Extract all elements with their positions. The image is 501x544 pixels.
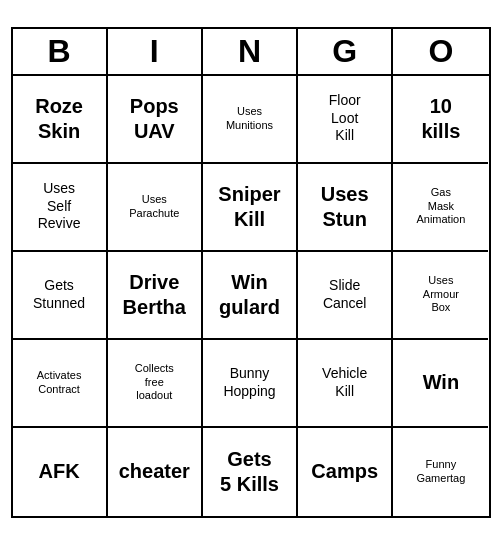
bingo-cell: Bunny Hopping xyxy=(203,340,298,428)
bingo-cell: Uses Munitions xyxy=(203,76,298,164)
bingo-cell: Activates Contract xyxy=(13,340,108,428)
cell-text: Win xyxy=(423,370,459,395)
cell-text: Funny Gamertag xyxy=(416,458,465,486)
cell-text: Pops UAV xyxy=(130,94,179,144)
bingo-cell: Drive Bertha xyxy=(108,252,203,340)
bingo-cell: Gets Stunned xyxy=(13,252,108,340)
cell-text: Gets Stunned xyxy=(33,277,85,312)
bingo-cell: Uses Armour Box xyxy=(393,252,488,340)
bingo-cell: Uses Stun xyxy=(298,164,393,252)
cell-text: Uses Self Revive xyxy=(38,180,81,233)
cell-text: Gets 5 Kills xyxy=(220,447,279,497)
cell-text: Activates Contract xyxy=(37,369,82,397)
cell-text: Bunny Hopping xyxy=(223,365,275,400)
cell-text: 10 kills xyxy=(421,94,460,144)
bingo-cell: Camps xyxy=(298,428,393,516)
cell-text: Uses Munitions xyxy=(226,105,273,133)
bingo-cell: Gets 5 Kills xyxy=(203,428,298,516)
bingo-cell: Pops UAV xyxy=(108,76,203,164)
bingo-cell: Uses Self Revive xyxy=(13,164,108,252)
bingo-cell: 10 kills xyxy=(393,76,488,164)
cell-text: Uses Armour Box xyxy=(423,274,459,315)
header-letter: I xyxy=(108,29,203,74)
bingo-cell: Roze Skin xyxy=(13,76,108,164)
bingo-grid: Roze SkinPops UAVUses MunitionsFloor Loo… xyxy=(13,76,489,516)
bingo-cell: Win xyxy=(393,340,488,428)
cell-text: Collects free loadout xyxy=(135,362,174,403)
bingo-cell: cheater xyxy=(108,428,203,516)
cell-text: Uses Parachute xyxy=(129,193,179,221)
cell-text: Gas Mask Animation xyxy=(416,186,465,227)
bingo-card: BINGO Roze SkinPops UAVUses MunitionsFlo… xyxy=(11,27,491,518)
cell-text: Win gulard xyxy=(219,270,280,320)
cell-text: cheater xyxy=(119,459,190,484)
cell-text: Uses Stun xyxy=(321,182,369,232)
cell-text: Drive Bertha xyxy=(123,270,186,320)
bingo-cell: Slide Cancel xyxy=(298,252,393,340)
cell-text: Sniper Kill xyxy=(218,182,280,232)
bingo-header: BINGO xyxy=(13,29,489,76)
cell-text: Vehicle Kill xyxy=(322,365,367,400)
header-letter: O xyxy=(393,29,488,74)
bingo-cell: AFK xyxy=(13,428,108,516)
bingo-cell: Floor Loot Kill xyxy=(298,76,393,164)
bingo-cell: Funny Gamertag xyxy=(393,428,488,516)
header-letter: G xyxy=(298,29,393,74)
cell-text: Slide Cancel xyxy=(323,277,367,312)
cell-text: AFK xyxy=(39,459,80,484)
bingo-cell: Gas Mask Animation xyxy=(393,164,488,252)
cell-text: Roze Skin xyxy=(35,94,83,144)
cell-text: Camps xyxy=(311,459,378,484)
bingo-cell: Vehicle Kill xyxy=(298,340,393,428)
bingo-cell: Collects free loadout xyxy=(108,340,203,428)
bingo-cell: Uses Parachute xyxy=(108,164,203,252)
header-letter: N xyxy=(203,29,298,74)
cell-text: Floor Loot Kill xyxy=(329,92,361,145)
bingo-cell: Win gulard xyxy=(203,252,298,340)
header-letter: B xyxy=(13,29,108,74)
bingo-cell: Sniper Kill xyxy=(203,164,298,252)
